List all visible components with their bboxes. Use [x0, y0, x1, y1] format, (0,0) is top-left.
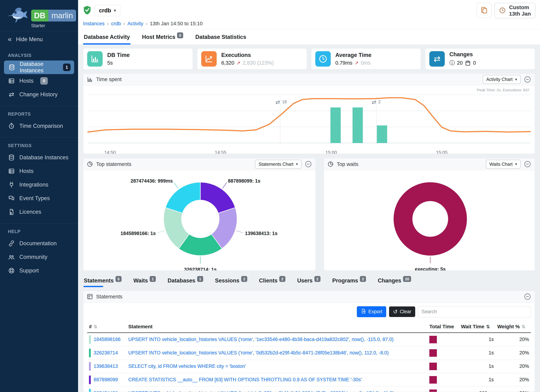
sidebar-item-event-types[interactable]: Event Types [0, 192, 78, 205]
detail-tab-changes[interactable]: Changes20 [377, 276, 411, 287]
clock-icon [499, 7, 506, 14]
svg-text:⇄: ⇄ [275, 99, 280, 105]
statement-link[interactable]: UPSERT INTO vehicle_location_histories V… [128, 350, 389, 356]
column-label: Statement [128, 324, 152, 329]
sidebar-item-change-history[interactable]: ⇄Change History [0, 88, 78, 101]
statement-id-link[interactable]: 1845898166 [94, 337, 120, 342]
statement-id-link[interactable]: 326238714 [94, 350, 118, 356]
clear-button[interactable]: ↺ Clear [389, 307, 415, 317]
calendar-icon [465, 60, 471, 66]
collapse-panel-icon[interactable] [524, 293, 531, 300]
card-value-row: 0.79ms↗0ms [335, 60, 371, 66]
time-range-line1: Custom [509, 4, 531, 10]
sidebar-section-reports: REPORTSTime Comparison [0, 106, 78, 138]
card-value: 5s [107, 60, 113, 66]
copy-link-button[interactable] [477, 3, 492, 18]
svg-text:2: 2 [378, 99, 381, 104]
column-header-weight[interactable]: Weight %⇅ [496, 321, 531, 333]
sidebar-item-hosts[interactable]: Hosts [0, 164, 78, 178]
support-icon [8, 267, 15, 274]
sidebar-item-time-comparison[interactable]: Time Comparison [0, 119, 78, 133]
waits-chart-selector[interactable]: Waits Chart ▾ [486, 160, 520, 169]
statements-panel: Statements Export ↺ [83, 291, 535, 392]
svg-text:18: 18 [282, 99, 287, 104]
sidebar-item-database-instances[interactable]: Database Instances [0, 151, 78, 164]
statement-link[interactable]: CREATE STATISTICS __auto__ FROM [63] WIT… [128, 377, 362, 382]
statement-link[interactable]: UPSERT INTO vehicle_location_histories V… [128, 390, 394, 392]
detail-tab-sessions[interactable]: Sessions2 [215, 276, 248, 287]
chevron-down-icon: ▾ [114, 8, 116, 13]
column-header-[interactable]: #⇅ [87, 321, 126, 333]
wait-time-value: 1s [459, 346, 495, 360]
collapse-panel-icon[interactable] [305, 160, 312, 168]
detail-tab-statements[interactable]: Statements5 [83, 276, 122, 287]
sidebar-item-support[interactable]: Support [0, 264, 78, 278]
breadcrumb-item-crdb[interactable]: crdb [111, 21, 121, 26]
collapse-panel-icon[interactable] [524, 76, 531, 83]
top-statements-donut: 887898099: 1s139638413: 1s326238714: 1s1… [83, 170, 316, 270]
sidebar-item-community[interactable]: Community [0, 250, 78, 264]
tab-database-statistics[interactable]: Database Statistics [195, 29, 247, 45]
statement-color-bar [89, 362, 91, 371]
statement-id-link[interactable]: 887898099 [94, 377, 118, 382]
breadcrumb-item-13th-jan-14-50-to-15-10: 13th Jan 14:50 to 15:10 [150, 21, 202, 26]
brand-db: DB [31, 10, 48, 21]
detail-tab-users[interactable]: Users2 [297, 276, 321, 287]
table-row: 287474436UPSERT INTO vehicle_location_hi… [87, 387, 531, 392]
hide-menu-button[interactable]: « Hide Menu [0, 31, 78, 47]
detail-tab-label: Changes [378, 278, 401, 284]
weight-value: 20% [496, 360, 531, 373]
statement-link[interactable]: SELECT city, id FROM vehicles WHERE city… [128, 363, 246, 369]
brand-marlin: marlin [48, 10, 76, 21]
time-range-button[interactable]: Custom 13th Jan [495, 3, 535, 18]
statements-chart-selector[interactable]: Statements Chart ▾ [255, 160, 301, 169]
sidebar-item-licences[interactable]: Licences [0, 205, 78, 219]
column-header-statement: Statement [126, 321, 428, 333]
statement-id-link[interactable]: 287474436 [94, 390, 118, 392]
sidebar-item-integrations[interactable]: Integrations [0, 178, 78, 192]
wait-time-value: 1s [459, 360, 495, 373]
donut-panels: Top statements Statements Chart ▾ 887898… [83, 158, 535, 271]
tab-host-metrics[interactable]: Host Metrics0 [141, 29, 184, 45]
sidebar-item-hosts[interactable]: Hosts0 [0, 74, 78, 88]
tab-label: Host Metrics [142, 34, 175, 40]
change-history-icon: ⇄ [8, 91, 15, 98]
card-value: 0.79ms [335, 60, 352, 66]
collapse-panel-icon[interactable] [524, 160, 531, 168]
table-row: 139638413SELECT city, id FROM vehicles W… [87, 360, 531, 373]
sidebar-item-badge: 0 [40, 77, 48, 85]
tab-database-activity[interactable]: Database Activity [83, 29, 130, 45]
shield-check-icon [83, 5, 91, 15]
detail-tab-databases[interactable]: Databases1 [167, 276, 204, 287]
detail-tab-programs[interactable]: Programs2 [332, 276, 366, 287]
tab-badge: 0 [177, 32, 183, 38]
search-input[interactable] [418, 306, 531, 317]
column-header-wait-time[interactable]: Wait Time⇅ [459, 321, 495, 333]
statement-id-link[interactable]: 139638413 [94, 363, 118, 369]
brand-logo[interactable]: DB marlin Starter [0, 0, 78, 31]
sidebar-item-database-instances[interactable]: Database Instances1 [4, 60, 74, 74]
detail-tab-label: Sessions [215, 278, 239, 284]
panel-title: Time spent [96, 76, 122, 82]
detail-tab-badge: 2 [360, 276, 366, 282]
sidebar: DB marlin Starter « Hide Menu ANALYSISDa… [0, 0, 78, 392]
detail-tab-clients[interactable]: Clients2 [259, 276, 286, 287]
card-value-row: ⓘ200 [449, 59, 476, 67]
wait-time-value: 1s [459, 332, 495, 346]
detail-tab-waits[interactable]: Waits1 [133, 276, 156, 287]
sidebar-item-label: Integrations [19, 182, 48, 188]
documentation-icon [8, 240, 15, 247]
card-title: Executions [221, 52, 274, 58]
statement-link[interactable]: UPSERT INTO vehicle_location_histories V… [128, 337, 393, 342]
breadcrumb-item-instances[interactable]: Instances [83, 21, 105, 26]
card-title: DB Time [107, 52, 130, 58]
detail-tab-badge: 2 [314, 276, 320, 282]
card-value-row: 6,320↗2,830 (123%) [221, 60, 274, 66]
activity-chart-selector[interactable]: Activity Chart ▾ [483, 75, 520, 84]
instance-selector[interactable]: crdb ▾ [95, 5, 120, 16]
breadcrumb-item-activity[interactable]: Activity [127, 21, 143, 26]
sidebar-item-documentation[interactable]: Documentation [0, 237, 78, 250]
marlin-fish-icon [6, 4, 29, 26]
export-button[interactable]: Export [357, 306, 386, 317]
panel-title: Top waits [337, 161, 358, 167]
